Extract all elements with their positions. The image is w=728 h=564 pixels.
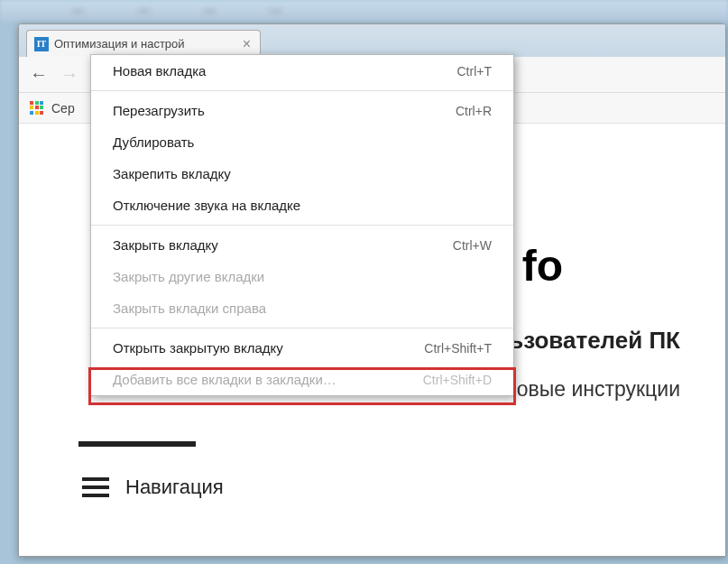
menu-item-label: Отключение звука на вкладке [113, 198, 300, 213]
tab-strip: IT Оптимизация и настрой × [19, 24, 725, 57]
tab-favicon: IT [34, 37, 49, 51]
menu-item-label: Дублировать [113, 134, 194, 150]
menu-item-shortcut: Ctrl+Shift+T [424, 341, 492, 356]
menu-item-label: Добавить все вкладки в закладки… [113, 372, 336, 387]
menu-item-shortcut: Ctrl+W [453, 238, 492, 253]
menu-close-tabs-right: Закрыть вкладки справа [91, 292, 513, 324]
menu-item-shortcut: Ctrl+T [457, 64, 493, 79]
tab-context-menu: Новая вкладка Ctrl+T Перезагрузить Ctrl+… [90, 54, 514, 396]
menu-item-label: Новая вкладка [113, 63, 206, 79]
section-underline [78, 441, 196, 447]
menu-mute-tab[interactable]: Отключение звука на вкладке [91, 190, 513, 221]
menu-item-label: Закрыть другие вкладки [113, 269, 264, 284]
hamburger-icon [82, 477, 109, 497]
menu-separator [91, 90, 513, 91]
navigation-toggle[interactable]: Навигация [82, 476, 224, 499]
menu-item-label: Закрыть вкладки справа [113, 300, 266, 316]
menu-separator [91, 225, 513, 226]
apps-grid-icon[interactable] [30, 101, 44, 116]
forward-button[interactable]: → [60, 64, 78, 85]
browser-tab[interactable]: IT Оптимизация и настрой × [26, 30, 261, 57]
menu-bookmark-all-tabs: Добавить все вкладки в закладки… Ctrl+Sh… [91, 364, 513, 395]
tab-title: Оптимизация и настрой [54, 37, 235, 51]
menu-new-tab[interactable]: Новая вкладка Ctrl+T [91, 55, 513, 87]
menu-reload[interactable]: Перезагрузить Ctrl+R [91, 95, 513, 126]
menu-pin-tab[interactable]: Закрепить вкладку [91, 158, 513, 190]
menu-separator [91, 328, 513, 328]
menu-item-label: Перезагрузить [113, 103, 205, 118]
menu-close-other-tabs: Закрыть другие вкладки [91, 261, 513, 292]
menu-reopen-closed-tab[interactable]: Открыть закрытую вкладку Ctrl+Shift+T [91, 332, 513, 364]
menu-item-shortcut: Ctrl+R [456, 104, 492, 118]
menu-item-shortcut: Ctrl+Shift+D [423, 373, 492, 387]
background-app-menubar: ———— [72, 4, 281, 17]
menu-item-label: Закрыть вкладку [113, 237, 218, 253]
bookmark-item[interactable]: Сер [51, 101, 75, 116]
menu-item-label: Закрепить вкладку [113, 166, 231, 181]
navigation-label: Навигация [125, 476, 224, 499]
tab-close-icon[interactable]: × [241, 36, 253, 52]
menu-item-label: Открыть закрытую вкладку [113, 340, 283, 356]
back-button[interactable]: ← [30, 64, 48, 85]
menu-close-tab[interactable]: Закрыть вкладку Ctrl+W [91, 229, 513, 261]
menu-duplicate[interactable]: Дублировать [91, 126, 513, 158]
